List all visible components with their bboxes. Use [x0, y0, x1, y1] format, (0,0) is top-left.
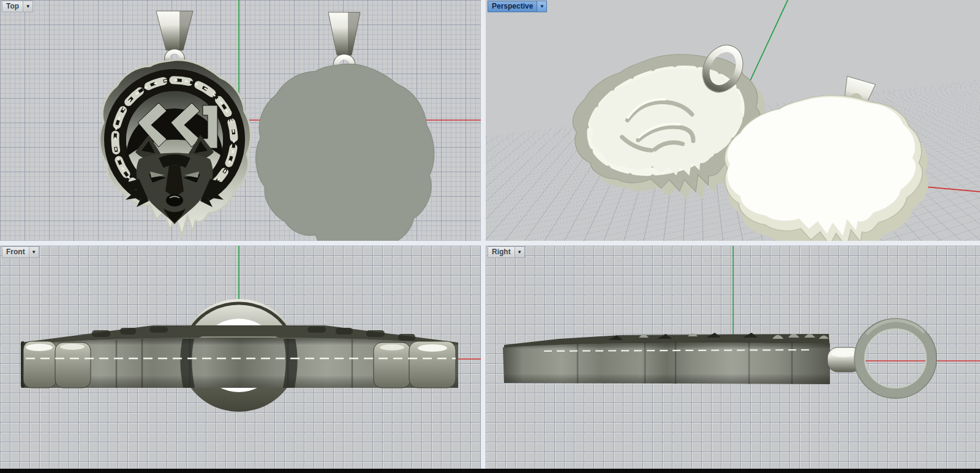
viewport-top[interactable]: Top ▼ — [0, 0, 481, 241]
pendant-wolf-top-view[interactable] — [100, 11, 251, 235]
bottom-edge-bar — [0, 469, 980, 473]
connector-highlight — [831, 350, 856, 357]
viewport-right[interactable]: Right ▼ — [486, 246, 980, 469]
viewport-tab-perspective[interactable]: Perspective ▼ — [488, 1, 547, 12]
viewport-divider-vertical[interactable] — [481, 0, 486, 469]
pendant-right-view[interactable] — [503, 319, 937, 398]
dropdown-arrow-icon[interactable]: ▼ — [537, 1, 546, 12]
viewport-tab-label[interactable]: Top — [2, 1, 23, 12]
viewport-tab-front[interactable]: Front ▼ — [2, 246, 39, 258]
dropdown-arrow-icon[interactable]: ▼ — [29, 247, 39, 257]
viewport-front[interactable]: Front ▼ — [0, 246, 481, 469]
rhino-four-viewport-workspace: Top ▼ — [0, 0, 980, 473]
viewport-tab-label[interactable]: Front — [2, 247, 29, 257]
bail-ring-inner-edge — [865, 329, 926, 388]
viewport-tab-label[interactable]: Perspective — [488, 1, 537, 12]
dropdown-arrow-icon[interactable]: ▼ — [23, 1, 32, 12]
viewport-front-canvas — [0, 246, 481, 469]
viewport-right-canvas — [486, 246, 980, 469]
viewport-divider-horizontal[interactable] — [0, 241, 980, 246]
viewport-tab-top[interactable]: Top ▼ — [2, 1, 33, 12]
pendant-back-top-view[interactable] — [256, 12, 434, 241]
viewport-tab-label[interactable]: Right — [488, 247, 514, 257]
viewport-tab-right[interactable]: Right ▼ — [488, 246, 525, 258]
viewport-perspective-canvas — [486, 0, 980, 241]
pendant-front-view[interactable] — [21, 299, 458, 412]
slab-shading — [503, 342, 830, 384]
back-plate-surface — [256, 64, 434, 241]
bail-shading — [348, 12, 360, 55]
bail-shading — [179, 11, 193, 50]
viewport-perspective[interactable]: Perspective ▼ — [486, 0, 980, 241]
viewport-top-canvas — [0, 0, 481, 241]
dropdown-arrow-icon[interactable]: ▼ — [514, 247, 524, 257]
